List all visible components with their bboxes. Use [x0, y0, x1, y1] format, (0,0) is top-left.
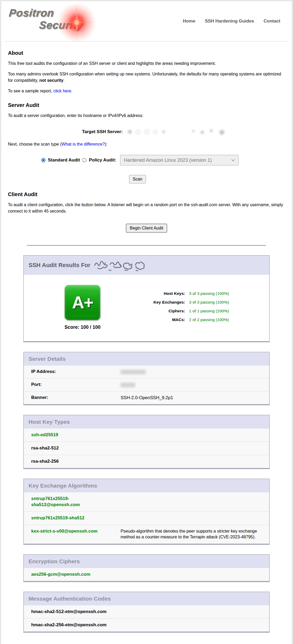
host-key-types-header: Host Key Types	[24, 415, 269, 429]
client-audit-paragraph: To audit a client configuration, click t…	[8, 202, 285, 214]
grade-letter: A+	[72, 293, 93, 312]
scan-button[interactable]: Scan	[129, 175, 146, 183]
policy-audit-label[interactable]: Policy Audit:	[89, 157, 116, 163]
nav-ssh-hardening-guides[interactable]: SSH Hardening Guides	[205, 19, 254, 24]
begin-client-audit-button[interactable]: Begin Client Audit	[126, 224, 167, 232]
target-ssh-server-label: Target SSH Server:	[82, 129, 123, 134]
scan-button-row: Scan	[0, 175, 276, 183]
logo-text-security: Security	[39, 19, 84, 31]
encryption-ciphers-panel: Encryption Ciphers aes256-gcm@openssh.co…	[23, 554, 270, 582]
list-item: hmac-sha2-256-etm@openssh.com	[24, 618, 269, 632]
scan-type-row: Standard Audit Policy Audit: Hardened Am…	[41, 155, 285, 165]
client-audit-button-row: Begin Client Audit	[8, 224, 285, 232]
list-item: aes256-gcm@openssh.com	[24, 568, 269, 581]
redacted-port	[121, 383, 135, 387]
key-exchange-panel: Key Exchange Algorithms sntrup761x25519-…	[23, 479, 270, 545]
stat-row-host-keys: Host Keys: 3 of 3 passing (100%)	[135, 291, 263, 296]
policy-select[interactable]: Hardened Amazon Linux 2023 (version 1)	[120, 155, 239, 165]
scan-type-difference-link[interactable]: What is the difference?	[62, 142, 105, 146]
redacted-ip-address	[121, 370, 146, 374]
stat-row-key-exchanges: Key Exchanges: 3 of 3 passing (100%)	[135, 300, 263, 305]
key-exchange-header: Key Exchange Algorithms	[24, 479, 269, 492]
redacted-input-value	[125, 127, 227, 137]
chevron-down-icon	[231, 159, 235, 161]
list-item: rsa-sha2-256	[24, 455, 269, 468]
policy-audit-radio[interactable]	[82, 158, 86, 162]
policy-select-value: Hardened Amazon Linux 2023 (version 1)	[124, 157, 212, 163]
list-item: ssh-ed25519	[24, 429, 269, 442]
banner-value: SSH-2.0-OpenSSH_9.2p1	[121, 395, 173, 401]
table-row: Banner: SSH-2.0-OpenSSH_9.2p1	[24, 391, 269, 404]
list-item: sntrup761x25519-sha512	[24, 511, 269, 525]
stat-row-ciphers: Ciphers: 1 of 1 passing (100%)	[135, 309, 263, 313]
nav-home[interactable]: Home	[183, 19, 195, 24]
about-title: About	[8, 50, 285, 56]
results-panel-header: SSH Audit Results For	[24, 256, 269, 275]
about-paragraph-1: This free tool audits the configuration …	[8, 60, 285, 67]
macs-header: Message Authentication Codes	[24, 592, 269, 605]
about-paragraph-2: Too many admins overlook SSH configurati…	[8, 71, 285, 84]
server-details-panel: Server Details IP Address: Port: Banner:…	[23, 352, 270, 405]
target-server-row: Target SSH Server:	[24, 127, 285, 137]
server-audit-title: Server Audit	[8, 102, 285, 108]
results-panel: SSH Audit Results For A+ Sco	[23, 255, 270, 342]
redacted-hostname-scribble	[94, 260, 148, 271]
table-row: Port:	[24, 378, 269, 391]
main-content-card: Positron Security Home SSH Hardening Gui…	[1, 1, 292, 644]
standard-audit-label[interactable]: Standard Audit	[48, 157, 80, 163]
results-panel-body: A+ Score: 100 / 100 Host Keys: 3 of 3 pa…	[24, 275, 269, 341]
list-item: rsa-sha2-512	[24, 442, 269, 455]
server-audit-intro: To audit a server configuration, enter i…	[8, 112, 285, 119]
main-content: About This free tool audits the configur…	[1, 42, 292, 644]
list-item: hmac-sha2-512-etm@openssh.com	[24, 605, 269, 618]
results-panel-title: SSH Audit Results For	[29, 262, 90, 269]
main-nav: Home SSH Hardening Guides Contact	[183, 19, 280, 24]
list-item: sntrup761x25519-sha512@openssh.com	[24, 492, 269, 511]
client-audit-title: Client Audit	[8, 191, 285, 197]
score-label: Score: 100 / 100	[65, 325, 100, 330]
algorithm-note: Pseudo-algorithm that denotes the peer s…	[121, 528, 269, 540]
logo-text-positron: Positron	[8, 7, 55, 19]
ssh-audit-domain: ssh-audit.com	[191, 202, 217, 207]
results-stats: Host Keys: 3 of 3 passing (100%) Key Exc…	[135, 285, 263, 330]
grade-badge: A+	[65, 285, 100, 320]
server-details-header: Server Details	[24, 352, 269, 366]
stat-row-macs: MACs: 2 of 2 passing (100%)	[135, 317, 263, 322]
about-paragraph-3: To see a sample report, click here.	[8, 88, 285, 94]
encryption-ciphers-header: Encryption Ciphers	[24, 555, 269, 568]
list-item: kex-strict-s-v00@openssh.com Pseudo-algo…	[24, 525, 269, 544]
positron-security-logo[interactable]: Positron Security	[8, 1, 122, 41]
grade-block: A+ Score: 100 / 100	[30, 285, 135, 330]
sample-report-link[interactable]: click here	[53, 89, 71, 93]
scan-type-paragraph: Next, choose the scan type (What is the …	[8, 141, 285, 147]
target-ssh-server-input[interactable]	[125, 127, 227, 137]
macs-panel: Message Authentication Codes hmac-sha2-5…	[23, 592, 270, 633]
nav-contact[interactable]: Contact	[264, 19, 280, 24]
site-header: Positron Security Home SSH Hardening Gui…	[1, 1, 292, 41]
table-row: IP Address:	[24, 366, 269, 378]
host-key-types-panel: Host Key Types ssh-ed25519 rsa-sha2-512 …	[23, 415, 270, 469]
section-divider	[27, 245, 266, 246]
standard-audit-radio[interactable]	[41, 158, 45, 162]
